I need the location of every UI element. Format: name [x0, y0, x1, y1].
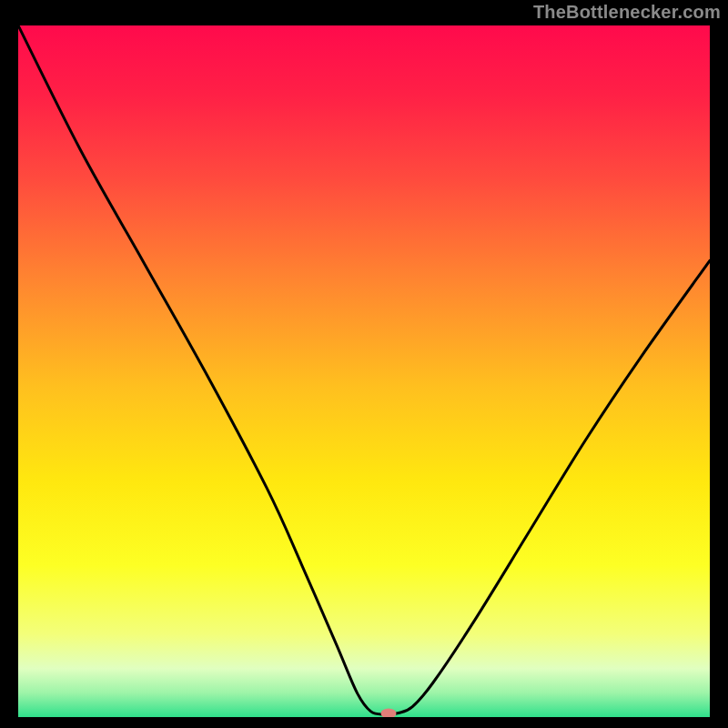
optimal-point-marker [380, 709, 396, 717]
plot-area [18, 25, 710, 717]
bottleneck-curve [18, 25, 710, 717]
branding-label: TheBottlenecker.com [533, 2, 721, 23]
chart-frame: TheBottlenecker.com [0, 0, 728, 728]
